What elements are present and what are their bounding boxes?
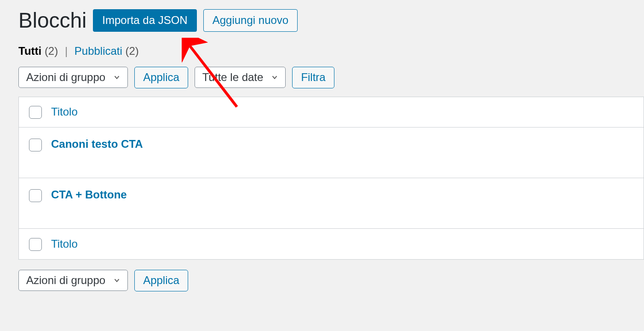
chevron-down-icon [113, 73, 121, 81]
bulk-actions-select[interactable]: Azioni di gruppo [18, 67, 128, 88]
page-title: Blocchi [18, 10, 86, 31]
select-all-header [19, 97, 42, 128]
tablenav-bottom: Azioni di gruppo Applica [18, 270, 644, 291]
select-all-checkbox[interactable] [29, 106, 42, 119]
row-checkbox[interactable] [29, 189, 42, 202]
title-column-footer[interactable]: Titolo [42, 229, 644, 260]
select-all-footer [19, 229, 42, 260]
filter-published-count: (2) [126, 45, 139, 57]
bulk-actions-label-bottom: Azioni di gruppo [26, 274, 105, 287]
date-filter-select[interactable]: Tutte le date [195, 67, 286, 88]
filter-button[interactable]: Filtra [292, 67, 334, 88]
title-sort-link[interactable]: Titolo [51, 105, 78, 118]
bulk-actions-label: Azioni di gruppo [26, 71, 105, 84]
tablenav-top: Azioni di gruppo Applica Tutte le date F… [18, 67, 644, 88]
status-filter-bar: Tutti (2) | Pubblicati (2) [18, 45, 644, 58]
block-title-link[interactable]: CTA + Bottone [51, 188, 127, 201]
filter-published-label: Pubblicati [75, 45, 122, 57]
import-json-button[interactable]: Importa da JSON [93, 9, 196, 32]
filter-published[interactable]: Pubblicati (2) [75, 45, 139, 57]
row-checkbox[interactable] [29, 139, 42, 151]
bulk-actions-select-bottom[interactable]: Azioni di gruppo [18, 270, 128, 291]
chevron-down-icon [270, 73, 279, 81]
date-filter-label: Tutte le date [202, 71, 264, 84]
filter-all-count: (2) [45, 45, 58, 57]
separator: | [61, 45, 71, 57]
chevron-down-icon [113, 276, 121, 285]
apply-button-top[interactable]: Applica [134, 67, 188, 88]
table-row: CTA + Bottone [19, 178, 644, 229]
filter-all[interactable]: Tutti (2) [18, 45, 61, 57]
table-row: Canoni testo CTA [19, 128, 644, 178]
page-header: Blocchi Importa da JSON Aggiungi nuovo [18, 9, 644, 32]
title-column-header[interactable]: Titolo [42, 97, 644, 128]
filter-all-label: Tutti [18, 45, 41, 57]
title-sort-link-footer[interactable]: Titolo [51, 238, 78, 250]
apply-button-bottom[interactable]: Applica [134, 270, 188, 291]
select-all-checkbox-footer[interactable] [29, 238, 42, 251]
block-title-link[interactable]: Canoni testo CTA [51, 138, 143, 150]
add-new-button[interactable]: Aggiungi nuovo [203, 9, 298, 32]
blocks-table: Titolo Canoni testo CTA CTA + Bottone [18, 97, 644, 260]
